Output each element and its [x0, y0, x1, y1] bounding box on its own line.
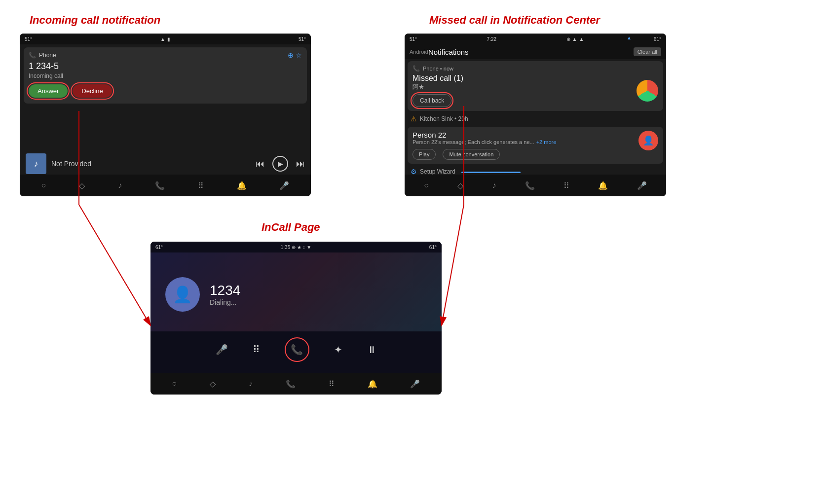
- phone-icon-small: 📞: [29, 52, 36, 59]
- person22-name: Person 22: [412, 131, 556, 139]
- end-call-button[interactable]: 📞: [285, 337, 309, 362]
- kitchen-sink-group: ⚠ Kitchen Sink • 20h: [408, 113, 663, 125]
- mic-icon-m[interactable]: 🎤: [637, 181, 647, 190]
- incall-temp-left: 61°: [155, 245, 163, 250]
- notif-center-header: Android Notifications Clear all: [405, 44, 666, 59]
- incall-temp-right: 61°: [429, 245, 437, 250]
- play-button[interactable]: ▶: [272, 156, 288, 172]
- incall-controls: 🎤 ⠿ 📞 ✦ ⏸: [150, 331, 442, 368]
- incall-phone-number: 1234: [210, 283, 240, 298]
- hold-button[interactable]: ⏸: [367, 344, 377, 356]
- phone-icon-notif: 📞: [412, 65, 420, 72]
- media-title: Not Provided: [51, 160, 251, 168]
- keypad-icon[interactable]: ⠿: [198, 181, 204, 190]
- nav-diamond-icon-m[interactable]: ◇: [457, 181, 463, 190]
- music-icon[interactable]: ♪: [118, 181, 122, 190]
- wifi-icon: ▲: [579, 36, 584, 42]
- signal-bars: ▲: [572, 36, 577, 42]
- setup-progress-bar: [461, 172, 521, 173]
- missed-call-title: Missed call in Notification Center: [429, 14, 600, 27]
- answer-button[interactable]: Answer: [29, 84, 68, 98]
- phone-nav-icon-m[interactable]: 📞: [525, 181, 535, 190]
- incoming-app-name: Phone: [39, 52, 56, 59]
- keypad-icon-i[interactable]: ⠿: [329, 379, 335, 389]
- person22-avatar: 👤: [638, 131, 658, 150]
- incoming-notification-card: 📞 Phone ⊕ ☆ 1 234-5 Incoming call Answer…: [24, 47, 307, 104]
- more-messages-label: +2 more: [536, 139, 557, 145]
- person22-message: Person 22's message; Each click generate…: [412, 139, 534, 145]
- decline-button[interactable]: Decline: [73, 84, 112, 98]
- music-icon-m[interactable]: ♪: [492, 181, 496, 190]
- battery-icon: ▮: [167, 36, 170, 42]
- status-bar-incall: 61° 1:35 ⊕ ★ ↕ ▼ 61°: [150, 242, 442, 252]
- music-icon-i[interactable]: ♪: [249, 379, 253, 388]
- person22-msg-row: Person 22's message; Each click generate…: [412, 139, 556, 145]
- status-temp-left: 51°: [25, 36, 32, 42]
- person22-actions: Play Mute conversation: [412, 147, 556, 160]
- incall-contact-info: 1234 Dialing...: [210, 283, 240, 306]
- media-thumbnail: ♪: [26, 153, 46, 174]
- kitchen-sink-row: ⚠ Kitchen Sink • 20h: [408, 113, 663, 125]
- bell-icon-m[interactable]: 🔔: [598, 181, 608, 190]
- status-icons-incoming: ▲ ▮: [160, 36, 170, 42]
- media-area: ♪ Not Provided ⏮ ▶ ⏭: [20, 153, 311, 174]
- setup-wizard-text: Setup Wizard: [420, 168, 455, 175]
- nav-diamond-icon[interactable]: ◇: [79, 181, 85, 190]
- missed-call-row: Missed call (1) 阿★ Call back: [412, 74, 658, 107]
- bottom-nav-missed: ○ ◇ ♪ 📞 ⠿ 🔔 🎤: [405, 175, 666, 196]
- status-bar-incoming: 51° ▲ ▮ 51°: [20, 34, 311, 44]
- phone-app-label: Phone • now: [423, 66, 453, 72]
- prev-track-icon[interactable]: ⏮: [256, 159, 264, 169]
- signal-icon: ▲: [160, 36, 165, 42]
- keypad-icon-m[interactable]: ⠿: [563, 181, 569, 190]
- missed-call-count: Missed call (1): [412, 74, 463, 83]
- media-controls: ⏮ ▶ ⏭: [256, 156, 305, 172]
- incoming-phone-number: 1 234-5: [29, 61, 302, 72]
- clear-all-button[interactable]: Clear all: [634, 47, 661, 56]
- call-back-button[interactable]: Call back: [412, 94, 451, 107]
- status-temp-right: 51°: [299, 36, 306, 42]
- mute-conversation-button[interactable]: Mute conversation: [443, 149, 500, 160]
- home-icon-i[interactable]: ○: [172, 379, 177, 388]
- person22-info: Person 22 Person 22's message; Each clic…: [412, 131, 556, 160]
- incoming-call-screen: 51° ▲ ▮ 51° 📞 Phone ⊕ ☆ 1 234-5 Incoming…: [20, 34, 311, 196]
- missed-call-group: 📞 Phone • now Missed call (1) 阿★ Call ba…: [408, 61, 663, 111]
- mic-icon[interactable]: 🎤: [279, 181, 289, 190]
- missed-caller-avatar: [637, 80, 658, 102]
- person22-row: Person 22 Person 22's message; Each clic…: [412, 131, 658, 160]
- home-icon[interactable]: ○: [41, 181, 46, 190]
- phone-nav-icon[interactable]: 📞: [155, 181, 165, 190]
- incall-page-title: InCall Page: [262, 221, 320, 234]
- bottom-nav-incall: ○ ◇ ♪ 📞 ⠿ 🔔 🎤: [150, 373, 442, 395]
- notif-header: 📞 Phone ⊕ ☆: [29, 51, 302, 59]
- next-track-icon[interactable]: ⏭: [296, 159, 305, 169]
- home-icon-m[interactable]: ○: [424, 181, 429, 190]
- missed-call-screen: 51° 7:22 ⊕ ▲ ▲ 61° ▲ Android Notificatio…: [405, 34, 666, 196]
- keypad-button-incall[interactable]: ⠿: [253, 344, 260, 356]
- nav-diamond-icon-i[interactable]: ◇: [210, 379, 216, 389]
- incall-contact-avatar: 👤: [165, 277, 200, 312]
- bluetooth-icon: ⊕ ☆: [288, 51, 302, 59]
- incall-time: 1:35 ⊕ ★ ↕ ▼: [281, 245, 311, 250]
- incoming-call-title: Incoming call notification: [30, 14, 160, 27]
- mic-icon-i[interactable]: 🎤: [410, 379, 420, 389]
- missed-temp-left: 51°: [410, 36, 417, 42]
- phone-nav-icon-i[interactable]: 📞: [286, 379, 296, 389]
- bottom-nav-incoming: ○ ◇ ♪ 📞 ⠿ 🔔 🎤: [20, 175, 311, 196]
- warning-triangle-icon: ⚠: [411, 115, 417, 123]
- incall-screen: 61° 1:35 ⊕ ★ ↕ ▼ 61° 👤 1234 Dialing... 🎤…: [150, 242, 442, 395]
- missed-temp-right: 61°: [654, 36, 661, 42]
- notification-dot: ▲: [627, 35, 632, 40]
- missed-call-info: Missed call (1) 阿★ Call back: [412, 74, 463, 107]
- bell-icon[interactable]: 🔔: [237, 181, 247, 190]
- bluetooth-button-incall[interactable]: ✦: [334, 344, 342, 356]
- kitchen-sink-text: Kitchen Sink • 20h: [420, 115, 468, 122]
- gps-icon: ⊕: [566, 36, 570, 42]
- play-message-button[interactable]: Play: [412, 149, 436, 160]
- mute-mic-button[interactable]: 🎤: [216, 344, 228, 356]
- bell-icon-i[interactable]: 🔔: [368, 379, 377, 389]
- missed-status-icons: ⊕ ▲ ▲: [566, 36, 584, 42]
- status-bar-missed: 51° 7:22 ⊕ ▲ ▲ 61° ▲: [405, 34, 666, 44]
- missed-time: 7:22: [487, 36, 496, 42]
- notifications-title: Notifications: [428, 48, 634, 56]
